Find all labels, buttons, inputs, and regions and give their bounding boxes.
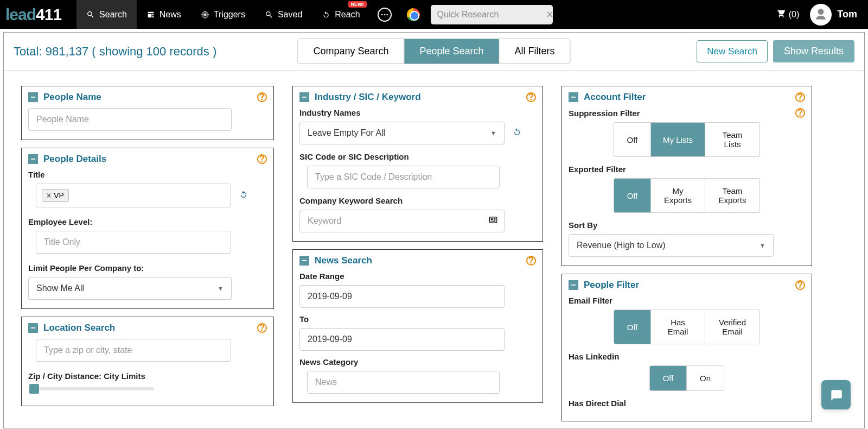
refresh-icon[interactable] [512,127,522,139]
panel-title: Location Search [43,323,115,333]
news-icon [146,10,155,19]
industry-names-select[interactable]: Leave Empty For All ▼ [299,122,505,144]
location-input[interactable] [36,339,231,362]
help-icon[interactable]: ? [526,92,536,102]
suppression-my-lists[interactable]: My Lists [651,123,705,156]
keyword-label: Company Keyword Search [299,196,536,205]
chevron-down-icon: ▼ [760,242,765,249]
title-tag-input[interactable]: × VP [36,184,231,207]
tab-all-filters[interactable]: All Filters [500,39,570,64]
chat-button[interactable] [821,380,851,409]
logo-part1: lead [5,5,36,23]
collapse-icon[interactable]: − [28,154,38,164]
tag-text: VP [54,191,64,200]
card-icon[interactable] [488,215,498,227]
panel-title: People Filter [584,280,639,291]
triggers-icon [201,10,209,19]
nav-saved-label: Saved [278,10,302,20]
avatar[interactable] [810,4,832,26]
collapse-icon[interactable]: − [569,280,578,290]
nav-saved[interactable]: Saved [255,0,312,29]
chevron-down-icon: ▼ [218,285,224,292]
people-name-input[interactable] [28,108,232,131]
collapse-icon[interactable]: − [299,92,309,102]
collapse-icon[interactable]: − [299,256,309,266]
distance-slider[interactable] [29,387,154,390]
help-icon[interactable]: ? [257,154,267,164]
navbar: lead411 Search News Triggers Saved NEW! … [0,0,868,29]
panel-industry: − Industry / SIC / Keyword ? Industry Na… [292,86,543,242]
linkedin-on[interactable]: On [687,366,724,390]
tag-remove-icon[interactable]: × [47,191,51,200]
keyword-input[interactable] [299,210,505,232]
chrome-icon[interactable] [407,8,420,21]
exported-team[interactable]: Team Exports [705,179,760,212]
panel-account-filter: − Account Filter ? Suppression Filter? O… [561,86,812,266]
to-label: To [299,314,536,324]
linkedin-off[interactable]: Off [650,366,687,390]
sort-select[interactable]: Revenue (High to Low) ▼ [569,234,774,257]
suppression-team-lists[interactable]: Team Lists [705,123,760,156]
help-icon[interactable]: ? [795,108,805,118]
svg-rect-7 [491,218,493,220]
clear-icon[interactable]: ✕ [546,9,554,21]
saved-icon [265,10,273,19]
date-range-label: Date Range [299,272,536,281]
help-icon[interactable]: ? [795,92,805,102]
svg-point-4 [778,16,780,17]
logo[interactable]: lead411 [0,5,76,24]
nav-search[interactable]: Search [76,0,137,29]
sort-value: Revenue (High to Low) [577,241,666,250]
username[interactable]: Tom [837,9,857,20]
email-has[interactable]: Has Email [651,310,705,344]
slider-thumb[interactable] [29,384,39,394]
help-icon[interactable]: ? [795,280,805,290]
svg-rect-6 [489,217,497,223]
nav-news[interactable]: News [137,0,191,29]
tab-company-search[interactable]: Company Search [298,39,404,64]
nav-reach[interactable]: NEW! Reach [312,0,369,29]
industry-names-label: Industry Names [299,108,536,117]
cart[interactable]: (0) [776,9,800,21]
linkedin-segment: Off On [649,365,724,391]
tab-people-search[interactable]: People Search [404,39,499,64]
svg-point-0 [204,14,206,16]
nav-search-label: Search [99,10,127,20]
logo-part2: 411 [36,5,61,23]
collapse-icon[interactable]: − [28,323,38,333]
email-filter-label: Email Filter [569,296,805,305]
date-from-input[interactable] [299,285,505,308]
limit-value: Show Me All [36,283,84,293]
news-category-input[interactable] [307,371,500,394]
date-to-input[interactable] [299,328,505,351]
more-menu[interactable] [378,8,392,22]
nav-triggers-label: Triggers [214,10,245,20]
show-results-button[interactable]: Show Results [773,40,854,62]
help-icon[interactable]: ? [257,92,267,102]
refresh-icon[interactable] [239,190,248,201]
industry-names-value: Leave Empty For All [308,128,385,138]
svg-point-2 [384,14,385,15]
email-off[interactable]: Off [614,310,651,344]
new-search-button[interactable]: New Search [697,40,768,62]
exported-off[interactable]: Off [614,179,651,212]
panel-title: Industry / SIC / Keyword [315,92,421,103]
exported-my[interactable]: My Exports [651,179,705,212]
help-icon[interactable]: ? [257,323,267,333]
collapse-icon[interactable]: − [569,92,578,102]
email-verified[interactable]: Verified Email [705,310,760,344]
search-icon [86,10,95,19]
chevron-down-icon: ▼ [490,130,496,136]
reach-icon [322,10,330,19]
help-icon[interactable]: ? [526,256,536,266]
quick-research-input[interactable] [437,10,546,20]
exported-label: Exported Filter [569,165,805,174]
collapse-icon[interactable]: − [28,92,38,102]
panel-news-search: − News Search ? Date Range To News Categ… [292,249,543,403]
sic-input[interactable] [307,166,500,188]
suppression-off[interactable]: Off [614,123,651,156]
nav-triggers[interactable]: Triggers [191,0,255,29]
limit-select[interactable]: Show Me All ▼ [28,277,232,300]
employee-level-input[interactable] [36,231,231,254]
linkedin-label: Has Linkedin [569,352,805,361]
